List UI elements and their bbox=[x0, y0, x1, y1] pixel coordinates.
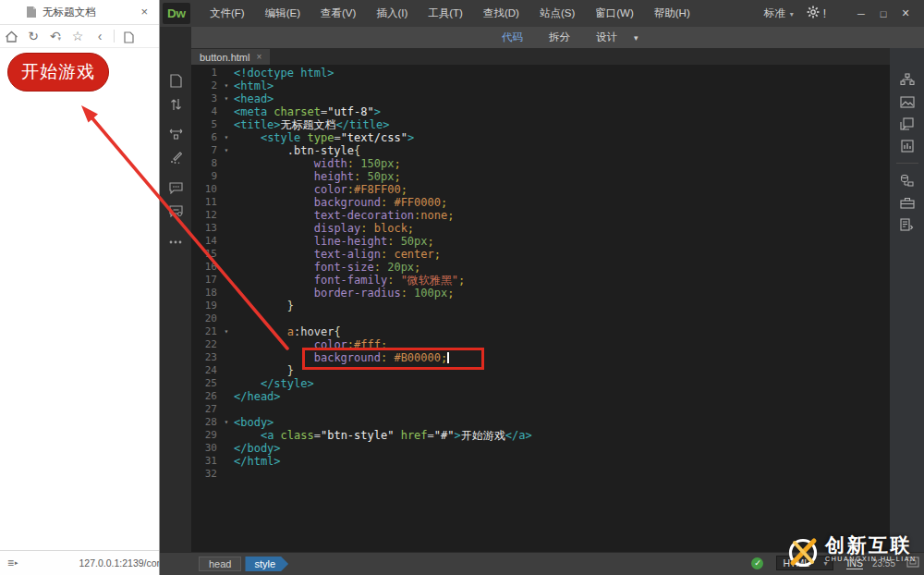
home-icon[interactable] bbox=[0, 29, 22, 43]
code-line[interactable]: 21▾ a:hover{ bbox=[191, 325, 890, 338]
code-line[interactable]: 9 height: 50px; bbox=[191, 170, 890, 183]
line-number: 19 bbox=[191, 300, 219, 312]
document-tab-close-icon[interactable]: × bbox=[256, 52, 261, 62]
code-line[interactable]: 15 text-align: center; bbox=[191, 248, 890, 261]
code-line[interactable]: 5<title>无标题文档</title> bbox=[191, 118, 890, 131]
tag-crumb-head[interactable]: head bbox=[199, 557, 241, 571]
gear-icon[interactable] bbox=[807, 6, 820, 22]
code-line[interactable]: 32 bbox=[191, 468, 890, 481]
code-line[interactable]: 27 bbox=[191, 403, 890, 416]
code-line[interactable]: 13 display: block; bbox=[191, 222, 890, 235]
sort-arrows-icon[interactable] bbox=[160, 92, 191, 116]
comment-icon[interactable] bbox=[160, 177, 191, 200]
menu-insert[interactable]: 插入(I) bbox=[366, 6, 418, 20]
tab-design-view[interactable]: 设计 bbox=[583, 31, 630, 44]
assets-icon[interactable] bbox=[890, 91, 924, 113]
star-icon[interactable]: ☆ bbox=[67, 29, 89, 43]
code-line[interactable]: 1<!doctype html> bbox=[191, 67, 890, 80]
brush-icon[interactable] bbox=[160, 146, 191, 169]
back-icon[interactable]: ‹ bbox=[89, 29, 111, 43]
fold-arrow-icon[interactable]: ▾ bbox=[219, 80, 234, 92]
line-number: 22 bbox=[191, 338, 219, 351]
fold-gutter bbox=[219, 468, 234, 481]
code-line[interactable]: 4<meta charset="utf-8"> bbox=[191, 105, 890, 118]
code-line[interactable]: 25 </style> bbox=[191, 377, 890, 390]
code-line[interactable]: 19 } bbox=[191, 300, 890, 312]
design-caret-icon[interactable]: ▾ bbox=[634, 33, 638, 43]
menu-site[interactable]: 站点(S) bbox=[529, 6, 585, 20]
behaviors-icon[interactable] bbox=[890, 169, 924, 191]
fold-arrow-icon[interactable]: ▾ bbox=[219, 325, 234, 338]
fold-arrow-icon[interactable]: ▾ bbox=[219, 144, 234, 157]
code-line[interactable]: 24 } bbox=[191, 364, 890, 377]
code-line[interactable]: 17 font-family: "微软雅黑"; bbox=[191, 274, 890, 287]
code-editor[interactable]: 1<!doctype html>2▾<html>3▾<head>4<meta c… bbox=[191, 65, 890, 552]
menu-help[interactable]: 帮助(H) bbox=[644, 6, 700, 20]
menu-tools[interactable]: 工具(T) bbox=[418, 6, 473, 20]
close-button[interactable]: ✕ bbox=[894, 7, 917, 19]
reading-list-icon[interactable]: ≡ bbox=[7, 557, 14, 569]
cc-libraries-icon[interactable] bbox=[890, 135, 924, 157]
code-line[interactable]: 22 color:#fff; bbox=[191, 338, 890, 351]
document-tab[interactable]: button.html × bbox=[191, 49, 270, 65]
code-line[interactable]: 14 line-height: 50px; bbox=[191, 235, 890, 248]
toolbox-icon[interactable] bbox=[890, 191, 924, 214]
code-line[interactable]: 10 color:#F8FF00; bbox=[191, 183, 890, 196]
doc-type-select[interactable]: HTML ▾ bbox=[776, 556, 833, 570]
workspace-caret-icon[interactable]: ▾ bbox=[790, 10, 794, 18]
undo-caret-icon: ▾ bbox=[58, 35, 62, 42]
snippets-icon[interactable] bbox=[890, 214, 924, 236]
code-line[interactable]: 29 <a class="btn-style" href="#">开始游戏</a… bbox=[191, 429, 890, 442]
fold-gutter bbox=[219, 338, 234, 351]
workspace-switcher[interactable]: 标准 bbox=[764, 6, 785, 20]
code-line[interactable]: 7▾ .btn-style{ bbox=[191, 144, 890, 157]
tab-code-view[interactable]: 代码 bbox=[489, 31, 536, 44]
titlebar-right: 标准 ▾ ! ─ □ ✕ bbox=[764, 0, 917, 27]
new-page-icon[interactable] bbox=[117, 29, 140, 43]
menu-edit[interactable]: 编辑(E) bbox=[255, 6, 310, 20]
fold-arrow-icon[interactable]: ▾ bbox=[219, 416, 234, 429]
tab-split-view[interactable]: 拆分 bbox=[536, 31, 583, 44]
menu-view[interactable]: 查看(V) bbox=[310, 6, 366, 20]
line-number: 32 bbox=[191, 468, 219, 481]
code-line[interactable]: 31</html> bbox=[191, 455, 890, 468]
file-icon[interactable] bbox=[160, 69, 191, 92]
menu-window[interactable]: 窗口(W) bbox=[585, 6, 644, 20]
insert-icon[interactable] bbox=[890, 113, 924, 135]
insert-mode-indicator[interactable]: INS bbox=[846, 557, 863, 569]
dreamweaver-window: Dw 文件(F) 编辑(E) 查看(V) 插入(I) 工具(T) 查找(D) 站… bbox=[160, 0, 924, 575]
window-size-icon[interactable] bbox=[906, 555, 919, 571]
code-line[interactable]: 3▾<head> bbox=[191, 92, 890, 105]
maximize-button[interactable]: □ bbox=[872, 8, 894, 19]
fold-gutter bbox=[219, 248, 234, 261]
code-line[interactable]: 18 border-radius: 100px; bbox=[191, 287, 890, 300]
minimize-button[interactable]: ─ bbox=[850, 8, 872, 19]
code-line[interactable]: 12 text-decoration:none; bbox=[191, 209, 890, 222]
code-line[interactable]: 20 bbox=[191, 312, 890, 325]
code-line[interactable]: 23 background: #B00000; bbox=[191, 351, 890, 364]
code-line[interactable]: 11 background: #FF0000; bbox=[191, 196, 890, 209]
code-line[interactable]: 2▾<html> bbox=[191, 80, 890, 92]
browser-tab-close-icon[interactable]: × bbox=[140, 5, 148, 18]
menu-find[interactable]: 查找(D) bbox=[473, 6, 529, 20]
undo-icon[interactable]: ↶▾ bbox=[44, 29, 67, 43]
start-game-button[interactable]: 开始游戏 bbox=[7, 53, 109, 92]
code-line[interactable]: 16 font-size: 20px; bbox=[191, 261, 890, 274]
fluid-grid-icon[interactable] bbox=[160, 123, 191, 146]
menu-file[interactable]: 文件(F) bbox=[200, 6, 255, 20]
code-line[interactable]: 28▾<body> bbox=[191, 416, 890, 429]
line-number: 2 bbox=[191, 80, 219, 92]
code-line[interactable]: 8 width: 150px; bbox=[191, 157, 890, 170]
refresh-icon[interactable]: ↻ bbox=[22, 29, 44, 43]
fold-arrow-icon[interactable]: ▾ bbox=[219, 131, 234, 144]
line-number: 14 bbox=[191, 235, 219, 248]
code-line[interactable]: 6▾ <style type="text/css"> bbox=[191, 131, 890, 144]
comment-settings-icon[interactable] bbox=[160, 200, 191, 223]
dom-tree-icon[interactable] bbox=[890, 68, 924, 91]
code-line[interactable]: 26</head> bbox=[191, 390, 890, 403]
line-number: 23 bbox=[191, 351, 219, 364]
tag-crumb-style[interactable]: style bbox=[245, 557, 288, 571]
code-line[interactable]: 30</body> bbox=[191, 442, 890, 455]
more-dots-icon[interactable] bbox=[160, 230, 191, 253]
fold-arrow-icon[interactable]: ▾ bbox=[219, 92, 234, 105]
